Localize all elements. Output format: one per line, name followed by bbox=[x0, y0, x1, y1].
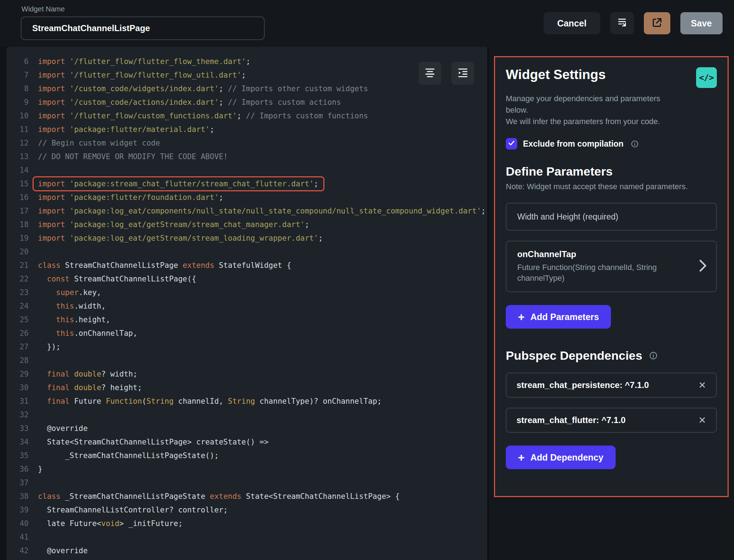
pubspec-info-icon[interactable] bbox=[649, 351, 658, 360]
add-parameters-label: Add Parameters bbox=[530, 312, 599, 322]
line-number: 33 bbox=[6, 422, 38, 435]
code-line-content: void initState() { bbox=[38, 557, 128, 560]
code-line: 40 late Future<void> _initFuture; bbox=[6, 517, 487, 530]
code-line-content: }); bbox=[38, 340, 60, 354]
code-line-content: _StreamChatChannelListPageState(); bbox=[38, 449, 219, 462]
exclude-compilation-label: Exclude from compilation bbox=[523, 139, 623, 149]
line-number: 22 bbox=[6, 272, 38, 286]
dependency-row: stream_chat_persistence: ^7.1.0 ✕ bbox=[506, 373, 717, 398]
code-line: 10import '/flutter_flow/custom_functions… bbox=[6, 109, 487, 123]
line-number: 42 bbox=[6, 544, 38, 557]
line-number: 7 bbox=[6, 68, 38, 82]
exclude-compilation-row: Exclude from compilation bbox=[506, 138, 717, 149]
line-number: 16 bbox=[6, 191, 38, 204]
code-line: 20 bbox=[6, 245, 487, 259]
checkmark-icon bbox=[508, 139, 515, 148]
exclude-info-icon[interactable] bbox=[631, 140, 639, 148]
line-number: 25 bbox=[6, 313, 38, 326]
line-number: 8 bbox=[6, 82, 38, 95]
line-number: 43 bbox=[6, 557, 38, 560]
code-line: 30 final double? height; bbox=[6, 381, 487, 394]
code-line-content: class StreamChatChannelListPage extends … bbox=[38, 259, 291, 272]
parameter-type: Future Function(String channelId, String… bbox=[517, 262, 678, 284]
dependency-label: stream_chat_persistence: ^7.1.0 bbox=[517, 380, 649, 390]
code-line: 39 StreamChannelListController? controll… bbox=[6, 503, 487, 517]
editor-toolbar bbox=[419, 62, 474, 85]
format-code-button[interactable] bbox=[610, 12, 634, 34]
remove-dependency-icon[interactable]: ✕ bbox=[698, 416, 706, 425]
code-line: 38class _StreamChatChannelListPageState … bbox=[6, 490, 487, 503]
code-line: 42 @override bbox=[6, 544, 487, 557]
code-line: 19import 'package:log_eat/getStream/stre… bbox=[6, 231, 487, 245]
line-number: 29 bbox=[6, 367, 38, 381]
custom-widget-editor: Widget Name Cancel bbox=[0, 0, 734, 560]
align-format-button[interactable] bbox=[419, 62, 441, 85]
widget-name-label: Widget Name bbox=[21, 5, 65, 13]
line-number: 28 bbox=[6, 354, 38, 367]
code-line: 21class StreamChatChannelListPage extend… bbox=[6, 259, 487, 272]
code-line-content: State<StreamChatChannelListPage> createS… bbox=[38, 435, 269, 449]
code-line: 22 const StreamChatChannelListPage({ bbox=[6, 272, 487, 286]
code-line-content: import '/custom_code/widgets/index.dart'… bbox=[38, 82, 368, 95]
define-parameters-title: Define Parameters bbox=[506, 164, 717, 178]
exclude-compilation-checkbox[interactable] bbox=[506, 138, 517, 149]
code-line-content: import '/flutter_flow/flutter_flow_util.… bbox=[38, 68, 246, 82]
code-line-content: const StreamChatChannelListPage({ bbox=[38, 272, 196, 286]
code-line-content: final Future Function(String channelId, … bbox=[38, 394, 382, 408]
code-editor[interactable]: 6import '/flutter_flow/flutter_flow_them… bbox=[6, 47, 487, 560]
line-number: 26 bbox=[6, 326, 38, 340]
code-line: 33 @override bbox=[6, 422, 487, 435]
line-number: 27 bbox=[6, 340, 38, 354]
indent-button[interactable] bbox=[451, 62, 474, 85]
code-line: 18import 'package:log_eat/getStream/stre… bbox=[6, 218, 487, 231]
format-code-icon bbox=[616, 17, 628, 30]
code-line: 17import 'package:log_eat/components/nul… bbox=[6, 204, 487, 218]
code-line-content: import 'package:flutter/material.dart'; bbox=[38, 123, 214, 136]
widget-name-input[interactable] bbox=[21, 16, 265, 40]
code-view-toggle-button[interactable]: </> bbox=[696, 67, 717, 88]
width-height-parameter-field[interactable]: Width and Height (required) bbox=[506, 203, 717, 231]
line-number: 20 bbox=[6, 245, 38, 259]
external-link-icon bbox=[651, 17, 663, 30]
dependency-row: stream_chat_flutter: ^7.1.0 ✕ bbox=[506, 408, 717, 433]
code-line: 6import '/flutter_flow/flutter_flow_them… bbox=[6, 55, 487, 68]
line-number: 14 bbox=[6, 163, 38, 177]
parameter-onchanneltap[interactable]: onChannelTap Future Function(String chan… bbox=[506, 241, 717, 292]
width-height-parameter-label: Width and Height (required) bbox=[517, 212, 618, 222]
code-line-content: this.onChannelTap, bbox=[38, 326, 137, 340]
code-line: 15import 'package:stream_chat_flutter/st… bbox=[6, 177, 487, 191]
line-number: 13 bbox=[6, 150, 38, 163]
line-number: 31 bbox=[6, 394, 38, 408]
panel-description-line1: Manage your dependencies and parameters … bbox=[506, 93, 685, 116]
code-line-content: this.height, bbox=[38, 313, 110, 326]
code-line-content: @override bbox=[38, 544, 88, 557]
dependency-label: stream_chat_flutter: ^7.1.0 bbox=[517, 415, 626, 425]
save-button[interactable]: Save bbox=[680, 12, 723, 34]
code-line-content: final double? width; bbox=[38, 367, 137, 381]
save-button-label: Save bbox=[691, 18, 712, 29]
plus-icon: + bbox=[518, 311, 525, 323]
line-number: 21 bbox=[6, 259, 38, 272]
remove-dependency-icon[interactable]: ✕ bbox=[698, 380, 706, 390]
code-line: 28 bbox=[6, 354, 487, 367]
align-center-icon bbox=[424, 67, 436, 80]
line-number: 40 bbox=[6, 517, 38, 530]
widget-settings-panel: Widget Settings </> Manage your dependen… bbox=[494, 56, 729, 497]
line-number: 39 bbox=[6, 503, 38, 517]
add-dependency-button[interactable]: + Add Dependency bbox=[506, 446, 616, 469]
code-line: 41 bbox=[6, 530, 487, 544]
editor-panel-divider bbox=[487, 47, 489, 560]
topbar-buttons: Cancel Save bbox=[544, 12, 723, 34]
line-number: 38 bbox=[6, 490, 38, 503]
code-line: 43 void initState() { bbox=[6, 557, 487, 560]
cancel-button[interactable]: Cancel bbox=[544, 12, 600, 34]
code-line: 8import '/custom_code/widgets/index.dart… bbox=[6, 82, 487, 95]
add-parameters-button[interactable]: + Add Parameters bbox=[506, 305, 611, 329]
code-line: 23 super.key, bbox=[6, 286, 487, 299]
code-line: 12// Begin custom widget code bbox=[6, 136, 487, 150]
line-number: 12 bbox=[6, 136, 38, 150]
line-number: 17 bbox=[6, 204, 38, 218]
code-line: 36} bbox=[6, 462, 487, 476]
code-line-content: StreamChannelListController? controller; bbox=[38, 503, 228, 517]
open-external-button[interactable] bbox=[644, 12, 670, 34]
